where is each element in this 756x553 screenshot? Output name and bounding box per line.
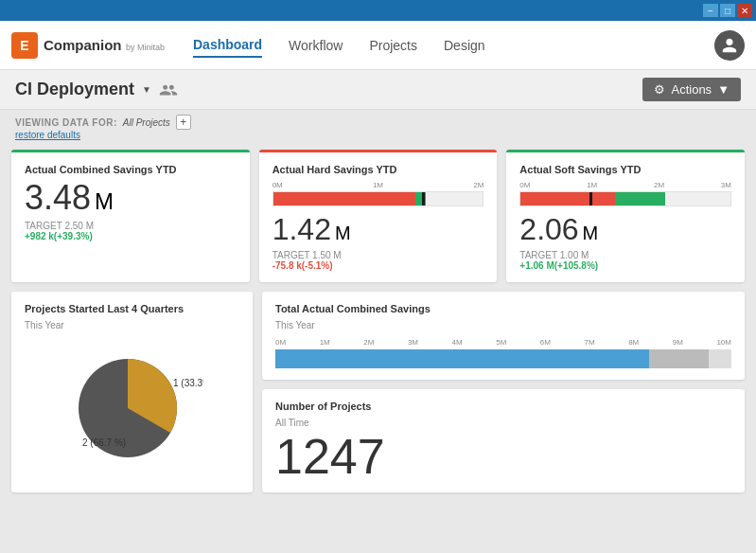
soft-bar-track — [519, 191, 731, 206]
pie-container: 1 (33.3%) 2 (66.7 %) — [25, 334, 239, 476]
card-change-combined: +982 k(+39.3%) — [25, 231, 237, 241]
nav-projects[interactable]: Projects — [369, 34, 417, 57]
user-avatar[interactable] — [714, 30, 745, 61]
dropdown-arrow[interactable]: ▼ — [142, 84, 151, 95]
viewing-label: VIEWING DATA FOR: — [15, 117, 117, 128]
card-unit-hard: M — [335, 223, 351, 244]
card-subtitle-quarters: This Year — [25, 320, 239, 330]
soft-bar-container: 0M 1M 2M 3M — [519, 181, 731, 206]
soft-bar-red — [520, 192, 615, 205]
projects-count-value: 1247 — [275, 432, 731, 481]
card-subtitle-total: This Year — [275, 320, 731, 330]
app-logo-icon: E — [11, 32, 38, 59]
actions-button[interactable]: ⚙ Actions ▼ — [642, 78, 741, 101]
app-name: Companion by Minitab — [44, 37, 165, 54]
card-actual-hard: Actual Hard Savings YTD 0M 1M 2M 1.42 M … — [259, 150, 498, 282]
pie-chart: 1 (33.3%) 2 (66.7 %) — [62, 344, 203, 467]
main-content: Actual Combined Savings YTD 3.48 M TARGE… — [0, 142, 756, 500]
soft-bar-scale: 0M 1M 2M 3M — [519, 181, 731, 189]
hard-bar-target-line — [422, 192, 425, 205]
close-button[interactable]: ✕ — [737, 4, 752, 17]
card-change-hard: -75.8 k(-5.1%) — [273, 260, 484, 271]
nav-workflow[interactable]: Workflow — [289, 34, 343, 57]
card-value-hard: 1.42 — [273, 214, 331, 244]
bottom-row: Projects Started Last 4 Quarters This Ye… — [11, 292, 745, 492]
card-target-combined: TARGET 2.50 M — [25, 221, 237, 231]
pie-label-2: 2 (66.7 %) — [82, 437, 126, 448]
minimize-button[interactable]: − — [703, 4, 718, 17]
logo-area: E Companion by Minitab — [11, 32, 165, 59]
hbar-blue — [275, 349, 649, 368]
card-title-total: Total Actual Combined Savings — [275, 303, 731, 314]
title-bar: − □ ✕ — [0, 0, 756, 21]
hard-bar-scale: 0M 1M 2M — [273, 181, 484, 189]
hbar-scale: 0M 1M 2M 3M 4M 5M 6M 7M 8M 9M 10M — [275, 338, 731, 347]
card-num-projects: Number of Projects All Time 1247 — [262, 389, 745, 492]
nav-design[interactable]: Design — [444, 34, 485, 57]
window-controls: − □ ✕ — [703, 4, 752, 17]
sub-header-left: CI Deployment ▼ — [15, 80, 178, 99]
card-target-soft: TARGET 1.00 M — [519, 250, 731, 260]
card-title-num-projects: Number of Projects — [275, 401, 731, 412]
hard-bar-track — [273, 191, 484, 206]
card-actual-combined: Actual Combined Savings YTD 3.48 M TARGE… — [11, 150, 250, 282]
nav-links: Dashboard Workflow Projects Design — [193, 33, 714, 58]
card-title-combined: Actual Combined Savings YTD — [25, 164, 237, 175]
card-title-hard: Actual Hard Savings YTD — [273, 164, 484, 175]
hbar-track — [275, 349, 731, 368]
card-target-hard: TARGET 1.50 M — [273, 250, 484, 260]
hbar-wrapper: 0M 1M 2M 3M 4M 5M 6M 7M 8M 9M 10M — [275, 338, 731, 368]
restore-defaults-link[interactable]: restore defaults — [15, 130, 741, 140]
viewing-value: All Projects — [123, 117, 170, 128]
hard-bar-container: 0M 1M 2M — [273, 181, 484, 206]
card-value-soft: 2.06 — [519, 214, 578, 244]
card-unit-combined: M — [95, 188, 114, 215]
card-title-soft: Actual Soft Savings YTD — [519, 164, 731, 175]
viewing-row: VIEWING DATA FOR: All Projects + — [15, 115, 741, 130]
bottom-right: Total Actual Combined Savings This Year … — [262, 292, 745, 492]
deployment-title: CI Deployment — [15, 80, 134, 99]
soft-bar-green — [615, 192, 665, 205]
navbar: E Companion by Minitab Dashboard Workflo… — [0, 21, 756, 70]
gear-icon: ⚙ — [654, 82, 665, 97]
card-value-combined: 3.48 — [25, 181, 91, 215]
card-actual-soft: Actual Soft Savings YTD 0M 1M 2M 3M 2.06… — [506, 150, 745, 282]
add-filter-button[interactable]: + — [176, 115, 191, 130]
card-change-soft: +1.06 M(+105.8%) — [519, 260, 731, 271]
card-subtitle-num-projects: All Time — [275, 418, 731, 428]
card-unit-soft: M — [583, 223, 599, 244]
sub-header: CI Deployment ▼ ⚙ Actions ▼ — [0, 70, 756, 110]
team-icon — [159, 80, 178, 99]
hard-bar-red — [273, 192, 416, 205]
nav-dashboard[interactable]: Dashboard — [193, 33, 262, 58]
pie-label-1: 1 (33.3%) — [173, 378, 203, 388]
card-projects-quarters: Projects Started Last 4 Quarters This Ye… — [11, 292, 253, 492]
card-total-combined: Total Actual Combined Savings This Year … — [262, 292, 745, 380]
card-title-quarters: Projects Started Last 4 Quarters — [25, 303, 239, 314]
hbar-gray — [649, 349, 709, 368]
maximize-button[interactable]: □ — [720, 4, 735, 17]
soft-bar-target-line — [589, 192, 592, 205]
viewing-bar: VIEWING DATA FOR: All Projects + restore… — [0, 110, 756, 142]
